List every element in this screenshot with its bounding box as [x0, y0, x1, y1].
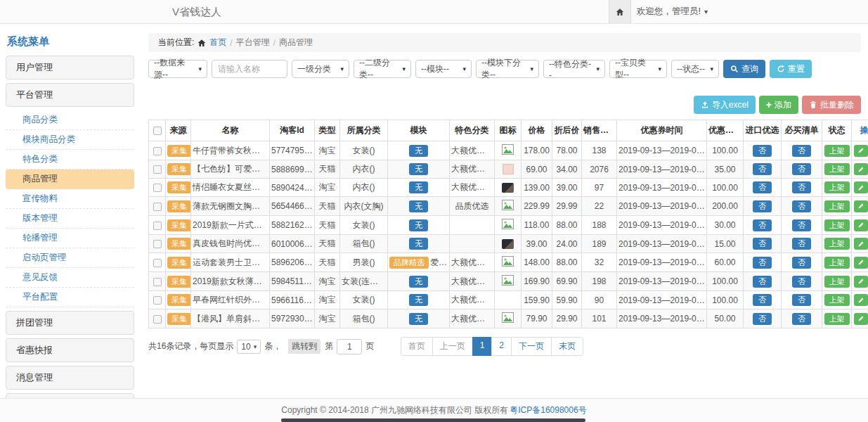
horizontal-scrollbar-thumb[interactable] [281, 418, 585, 422]
imported-toggle[interactable]: 否 [753, 257, 772, 269]
row-checkbox[interactable] [153, 222, 162, 230]
jump-page-input[interactable] [337, 339, 362, 354]
select-all-checkbox[interactable] [153, 127, 162, 135]
module-select[interactable]: --模块--▾ [415, 60, 472, 78]
imported-toggle[interactable]: 否 [753, 163, 772, 175]
status-toggle[interactable]: 上架 [824, 219, 850, 231]
sidebar-item-user-management[interactable]: 用户管理 [6, 56, 134, 79]
column-header-7: 图标 [495, 120, 522, 141]
home-button[interactable] [609, 0, 631, 23]
must-buy-toggle[interactable]: 否 [792, 238, 811, 250]
icp-link[interactable]: 粤ICP备16098006号 [510, 404, 586, 416]
edit-button[interactable] [854, 276, 868, 288]
sidebar-item-message-management[interactable]: 消息管理 [6, 366, 134, 390]
imported-toggle[interactable]: 否 [753, 219, 772, 231]
edit-button[interactable] [854, 181, 868, 193]
row-checkbox[interactable] [153, 296, 162, 305]
pager-item-1[interactable]: 1 [472, 337, 493, 356]
edit-button[interactable] [854, 313, 868, 325]
must-buy-toggle[interactable]: 否 [792, 313, 811, 325]
sidebar-subitem-platform-config[interactable]: 平台配置 [6, 288, 134, 307]
pager-item-首页[interactable]: 首页 [401, 337, 433, 356]
edit-button[interactable] [854, 238, 868, 250]
status-toggle[interactable]: 上架 [824, 145, 850, 157]
user-menu[interactable]: 欢迎您，管理员! ▾ [637, 0, 708, 23]
batch-delete-button[interactable]: 批量删除 [802, 96, 861, 114]
name-input[interactable] [212, 60, 287, 78]
must-buy-toggle[interactable]: 否 [792, 200, 811, 212]
operations-cell [852, 179, 868, 197]
feature-category-select[interactable]: --特色分类--▾ [543, 60, 605, 78]
sidebar-subitem-version-management[interactable]: 版本管理 [6, 209, 134, 229]
status-toggle[interactable]: 上架 [824, 181, 850, 193]
status-toggle[interactable]: 上架 [824, 163, 850, 175]
level1-category-select[interactable]: 一级分类▾ [292, 60, 349, 78]
column-header-3: 类型 [315, 120, 340, 141]
reset-button[interactable]: 重置 [770, 60, 812, 78]
must-buy-toggle[interactable]: 否 [792, 181, 811, 193]
sidebar-subitem-goods-category[interactable]: 商品分类 [6, 110, 134, 130]
status-toggle[interactable]: 上架 [824, 294, 850, 306]
must-buy-toggle[interactable]: 否 [792, 163, 811, 175]
breadcrumb-home-link[interactable]: 首页 [209, 37, 226, 49]
edit-button[interactable] [854, 145, 868, 157]
name-cell: 薄款无钢圈文胸聚拢性... [191, 197, 270, 216]
row-checkbox[interactable] [153, 315, 162, 324]
imported-toggle[interactable]: 否 [753, 238, 772, 250]
status-toggle[interactable]: 上架 [824, 313, 850, 325]
status-toggle[interactable]: 上架 [824, 238, 850, 250]
status-toggle[interactable]: 上架 [824, 276, 850, 288]
search-button[interactable]: 查询 [723, 60, 765, 78]
imported-toggle[interactable]: 否 [753, 276, 772, 288]
sidebar-subitem-feature-category[interactable]: 特色分类 [6, 150, 134, 170]
import-excel-button[interactable]: 导入excel [694, 96, 756, 114]
pager-item-上一页[interactable]: 上一页 [432, 337, 473, 356]
sidebar-subitem-carousel-management[interactable]: 轮播管理 [6, 229, 134, 248]
imported-toggle[interactable]: 否 [753, 313, 772, 325]
edit-button[interactable] [854, 163, 868, 175]
pager-item-下一页[interactable]: 下一页 [511, 337, 552, 356]
item-type-select[interactable]: --宝贝类型--▾ [609, 60, 667, 78]
row-checkbox[interactable] [153, 278, 162, 286]
imported-toggle[interactable]: 否 [753, 181, 772, 193]
imported-toggle[interactable]: 否 [753, 294, 772, 306]
module-sub-category-select[interactable]: --模块下分类--▾ [476, 60, 539, 78]
must-buy-toggle[interactable]: 否 [792, 145, 811, 157]
sidebar-item-saving-news[interactable]: 省惠快报 [6, 338, 134, 362]
edit-button[interactable] [854, 294, 868, 306]
status-toggle[interactable]: 上架 [824, 200, 850, 212]
add-button[interactable]: + 添加 [759, 96, 798, 114]
table-row: 采集薄款无钢圈文胸聚拢性...565446685867天猫内衣(文胸)无品质优选… [149, 197, 868, 216]
row-checkbox[interactable] [153, 259, 162, 267]
row-checkbox[interactable] [153, 240, 162, 248]
sidebar-subitem-goods-management[interactable]: 商品管理 [6, 170, 134, 189]
data-source-select[interactable]: --数据来源--▾ [148, 60, 207, 78]
sidebar-subitem-feedback[interactable]: 意见反馈 [6, 268, 134, 288]
must-buy-toggle[interactable]: 否 [792, 276, 811, 288]
must-buy-toggle[interactable]: 否 [792, 294, 811, 306]
sidebar-item-platform-management[interactable]: 平台管理 [6, 83, 134, 107]
must-buy-toggle[interactable]: 否 [792, 219, 811, 231]
level2-category-select[interactable]: --二级分类--▾ [354, 60, 411, 78]
status-toggle[interactable]: 上架 [824, 257, 850, 269]
sidebar-subitem-promo-material[interactable]: 宣传物料 [6, 189, 134, 209]
row-checkbox[interactable] [153, 184, 162, 192]
imported-toggle[interactable]: 否 [753, 145, 772, 157]
pager-item-2[interactable]: 2 [491, 337, 512, 356]
row-checkbox[interactable] [153, 165, 162, 174]
price-cell: 79.90 [522, 309, 552, 328]
pager-item-末页[interactable]: 末页 [551, 337, 583, 356]
status-select[interactable]: --状态--▾ [671, 60, 719, 78]
sidebar-subitem-splash-management[interactable]: 启动页管理 [6, 248, 134, 268]
must-buy-toggle[interactable]: 否 [792, 257, 811, 269]
page-size-select[interactable]: 10 ▾ [237, 340, 261, 354]
sidebar-item-group-buy-management[interactable]: 拼团管理 [6, 311, 134, 335]
row-checkbox[interactable] [153, 203, 162, 211]
edit-button[interactable] [854, 200, 868, 212]
edit-button[interactable] [854, 257, 868, 269]
jump-button[interactable]: 跳转到 [288, 339, 320, 354]
edit-button[interactable] [854, 219, 868, 231]
imported-toggle[interactable]: 否 [753, 200, 772, 212]
sidebar-subitem-module-goods-category[interactable]: 模块商品分类 [6, 130, 134, 150]
row-checkbox[interactable] [153, 147, 162, 155]
